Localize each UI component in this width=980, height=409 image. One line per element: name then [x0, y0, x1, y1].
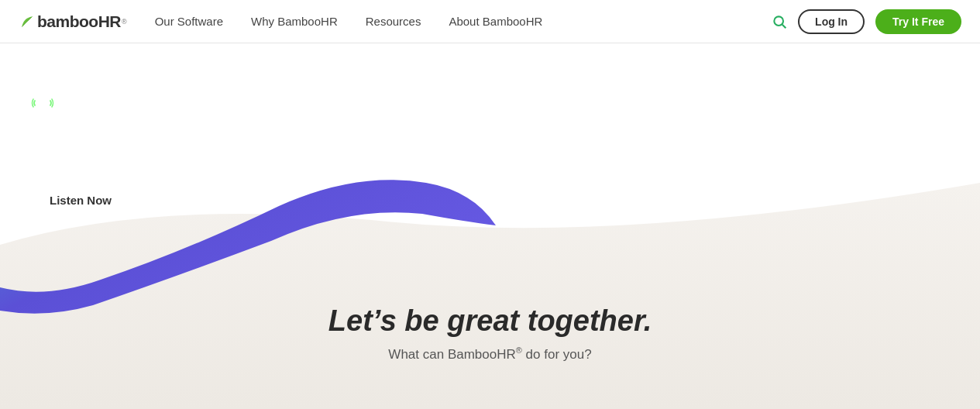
podcast-mic-icon: [31, 93, 54, 116]
nav-right: Log In Try It Free: [772, 9, 961, 34]
logo[interactable]: bambooHR ®: [19, 12, 127, 31]
svg-line-1: [782, 24, 786, 28]
search-icon: [772, 14, 787, 29]
search-button[interactable]: [772, 14, 787, 29]
nav-link-about-bamboohr[interactable]: About BambooHR: [449, 15, 542, 28]
login-button[interactable]: Log In: [798, 9, 865, 34]
nav-links: Our Software Why BambooHR Resources Abou…: [155, 15, 772, 28]
nav-link-why-bamboohr[interactable]: Why BambooHR: [251, 15, 338, 28]
try-free-button[interactable]: Try It Free: [875, 9, 961, 34]
svg-point-0: [774, 16, 783, 26]
tagline-main-text: Let’s be great together.: [0, 304, 980, 338]
tagline-sub-text: What can BambooHR® do for you?: [0, 345, 980, 363]
hero-content: The Era: A new podcast from BambooHR abo…: [31, 90, 196, 215]
logo-reg: ®: [122, 18, 127, 26]
logo-leaf-icon: [19, 13, 36, 30]
podcast-description: A new podcast from BambooHR about puttin…: [31, 129, 196, 164]
svg-point-2: [39, 98, 46, 105]
logo-text: bambooHR: [37, 12, 121, 31]
hero-tagline: Let’s be great together. What can Bamboo…: [0, 304, 980, 363]
registered-mark: ®: [516, 345, 522, 355]
podcast-title-group: The Era:: [31, 90, 196, 119]
listen-now-button[interactable]: Listen Now: [31, 186, 130, 215]
navbar: bambooHR ® Our Software Why BambooHR Res…: [0, 0, 980, 43]
podcast-title-text: The Era:: [62, 90, 161, 119]
nav-link-resources[interactable]: Resources: [366, 15, 421, 28]
hero-section: The Era: A new podcast from BambooHR abo…: [0, 43, 980, 409]
nav-link-our-software[interactable]: Our Software: [155, 15, 223, 28]
